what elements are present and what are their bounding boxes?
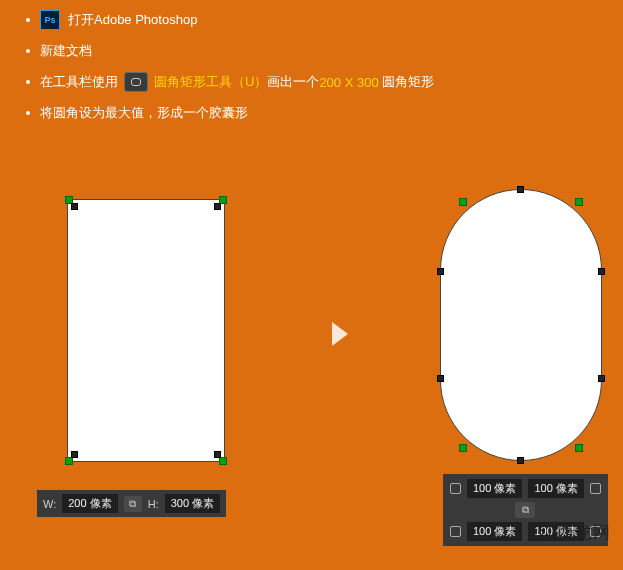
tool-name: 圆角矩形工具（U） bbox=[154, 73, 267, 91]
handle-edge bbox=[437, 268, 444, 275]
handle-corner bbox=[575, 198, 583, 206]
handle-edge bbox=[214, 451, 221, 458]
handle-corner bbox=[459, 444, 467, 452]
handle-corner bbox=[459, 198, 467, 206]
radius-tl-input[interactable]: 100 像素 bbox=[467, 479, 522, 498]
step-text: 圆角矩形 bbox=[382, 73, 434, 91]
rounded-rect-shape bbox=[67, 199, 225, 462]
width-input[interactable]: 200 像素 bbox=[62, 494, 117, 513]
width-height-panel: W: 200 像素 ⧉ H: 300 像素 bbox=[37, 490, 226, 517]
handle-edge bbox=[598, 375, 605, 382]
capsule-shape bbox=[440, 189, 602, 461]
handle-edge bbox=[598, 268, 605, 275]
step-3: 在工具栏使用 圆角矩形工具（U） 画出一个 200 X 300 圆角矩形 bbox=[26, 72, 603, 92]
link-icon[interactable]: ⧉ bbox=[515, 502, 535, 518]
shapes-demo-area: W: 200 像素 ⧉ H: 300 像素 100 像素 100 像素 ⧉ 10… bbox=[0, 134, 623, 564]
step-1: Ps 打开Adobe Photoshop bbox=[26, 10, 603, 30]
handle-corner bbox=[65, 457, 73, 465]
handle-edge bbox=[71, 203, 78, 210]
photoshop-icon: Ps bbox=[40, 10, 60, 30]
corner-bl-icon bbox=[450, 526, 461, 537]
width-label: W: bbox=[43, 498, 56, 510]
corner-tr-icon bbox=[590, 483, 601, 494]
step-text: 新建文档 bbox=[40, 42, 92, 60]
handle-corner bbox=[219, 457, 227, 465]
arrow-right-icon bbox=[332, 322, 348, 346]
bullet-icon bbox=[26, 18, 30, 22]
corner-tl-icon bbox=[450, 483, 461, 494]
dimensions-text: 200 X 300 bbox=[319, 75, 378, 90]
step-text: 画出一个 bbox=[267, 73, 319, 91]
step-text: 打开Adobe Photoshop bbox=[68, 11, 197, 29]
handle-edge bbox=[71, 451, 78, 458]
step-2: 新建文档 bbox=[26, 42, 603, 60]
bullet-icon bbox=[26, 111, 30, 115]
height-input[interactable]: 300 像素 bbox=[165, 494, 220, 513]
handle-corner bbox=[575, 444, 583, 452]
bullet-icon bbox=[26, 49, 30, 53]
watermark-text: 江西龙网 bbox=[539, 521, 611, 544]
handle-edge bbox=[437, 375, 444, 382]
steps-list: Ps 打开Adobe Photoshop 新建文档 在工具栏使用 圆角矩形工具（… bbox=[0, 0, 623, 122]
handle-edge bbox=[517, 186, 524, 193]
link-icon[interactable]: ⧉ bbox=[124, 496, 142, 512]
step-text: 在工具栏使用 bbox=[40, 73, 118, 91]
bullet-icon bbox=[26, 80, 30, 84]
rounded-rect-tool-icon bbox=[124, 72, 148, 92]
step-text: 将圆角设为最大值，形成一个胶囊形 bbox=[40, 104, 248, 122]
handle-edge bbox=[517, 457, 524, 464]
height-label: H: bbox=[148, 498, 159, 510]
handle-edge bbox=[214, 203, 221, 210]
step-4: 将圆角设为最大值，形成一个胶囊形 bbox=[26, 104, 603, 122]
radius-bl-input[interactable]: 100 像素 bbox=[467, 522, 522, 541]
radius-tr-input[interactable]: 100 像素 bbox=[528, 479, 583, 498]
